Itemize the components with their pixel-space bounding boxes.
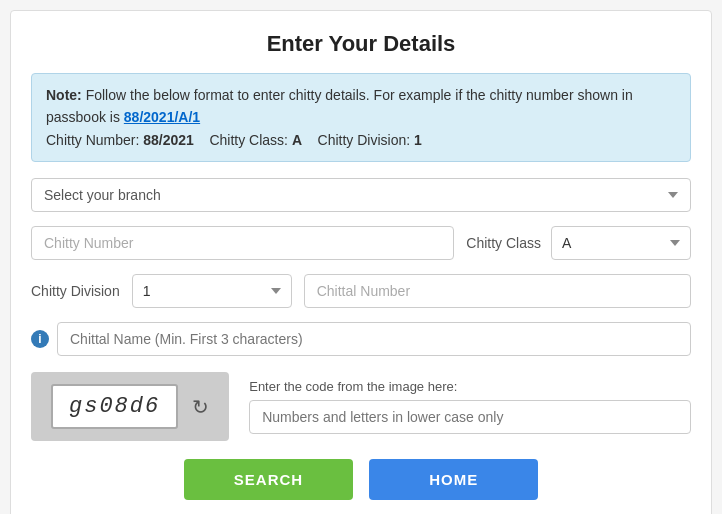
note-chitty-division-label: Chitty Division: [318,132,411,148]
chittal-name-input[interactable] [57,322,691,356]
chitty-number-row: Chitty Class A B C [31,226,691,260]
note-box: Note: Follow the below format to enter c… [31,73,691,162]
captcha-row: gs08d6 ↻ Enter the code from the image h… [31,372,691,441]
button-row: SEARCH HOME [31,459,691,500]
note-chitty-class-label: Chitty Class: [209,132,288,148]
search-button[interactable]: SEARCH [184,459,353,500]
page-title: Enter Your Details [31,31,691,57]
captcha-right: Enter the code from the image here: [249,379,691,434]
division-select[interactable]: 1 2 3 [132,274,292,308]
division-label: Chitty Division [31,283,120,299]
note-chitty-number-label: Chitty Number: [46,132,139,148]
chittal-number-input[interactable] [304,274,691,308]
info-icon: i [31,330,49,348]
captcha-input[interactable] [249,400,691,434]
note-chitty-class-value: A [292,132,302,148]
chittal-name-row: i [31,322,691,356]
division-row: Chitty Division 1 2 3 [31,274,691,308]
home-button[interactable]: HOME [369,459,538,500]
branch-select-wrap: Select your branch [31,178,691,212]
captcha-image: gs08d6 [51,384,178,429]
note-example-number: 88/2021/A/1 [124,109,200,125]
chitty-number-input[interactable] [31,226,454,260]
chitty-class-select[interactable]: A B C [551,226,691,260]
note-chitty-number-value: 88/2021 [143,132,194,148]
note-label: Note: [46,87,82,103]
main-container: Enter Your Details Note: Follow the belo… [10,10,712,514]
captcha-label: Enter the code from the image here: [249,379,691,394]
refresh-icon[interactable]: ↻ [192,395,209,419]
captcha-box: gs08d6 ↻ [31,372,229,441]
branch-select[interactable]: Select your branch [31,178,691,212]
chitty-class-wrap: Chitty Class A B C [466,226,691,260]
chitty-class-label: Chitty Class [466,235,541,251]
note-chitty-division-value: 1 [414,132,422,148]
